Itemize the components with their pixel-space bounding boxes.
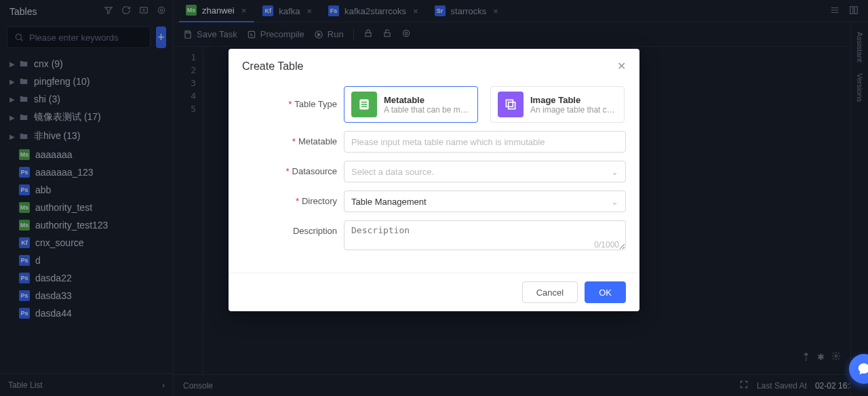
type-title: Image Table	[530, 95, 617, 105]
label-datasource: Datasource	[292, 166, 337, 176]
create-table-modal: Create Table ✕ *Table Type Metatable	[229, 49, 639, 311]
metatable-name-input[interactable]	[344, 131, 626, 153]
image-table-icon	[498, 92, 524, 117]
modal-title: Create Table	[242, 60, 303, 73]
type-subtitle: An image table that can be u	[530, 105, 617, 115]
chevron-down-icon: ⌄	[611, 197, 618, 207]
description-textarea[interactable]	[344, 220, 626, 250]
type-card-image-table[interactable]: Image Table An image table that can be u	[490, 86, 625, 123]
cancel-button[interactable]: Cancel	[522, 281, 578, 303]
svg-rect-16	[361, 104, 367, 105]
type-title: Metatable	[384, 95, 471, 105]
svg-rect-15	[361, 102, 367, 103]
select-value: Table Management	[351, 197, 427, 207]
metatable-icon	[351, 92, 377, 117]
label-table-type: Table Type	[294, 99, 337, 109]
close-icon[interactable]: ✕	[617, 60, 626, 73]
directory-select[interactable]: Table Management ⌄	[344, 191, 626, 212]
label-directory: Directory	[302, 196, 337, 206]
ok-button[interactable]: OK	[585, 281, 626, 303]
char-count: 0/1000	[594, 240, 619, 250]
datasource-select[interactable]: Select a data source. ⌄	[344, 161, 626, 182]
type-subtitle: A table that can be managed	[384, 105, 471, 115]
select-placeholder: Select a data source.	[351, 167, 434, 177]
label-metatable: Metatable	[298, 136, 337, 146]
svg-rect-19	[509, 102, 515, 109]
modal-backdrop: Create Table ✕ *Table Type Metatable	[0, 0, 868, 396]
svg-rect-18	[506, 100, 513, 106]
chevron-down-icon: ⌄	[611, 167, 618, 177]
type-card-metatable[interactable]: Metatable A table that can be managed	[344, 86, 478, 123]
svg-rect-17	[361, 106, 367, 108]
label-description: Description	[293, 226, 337, 236]
